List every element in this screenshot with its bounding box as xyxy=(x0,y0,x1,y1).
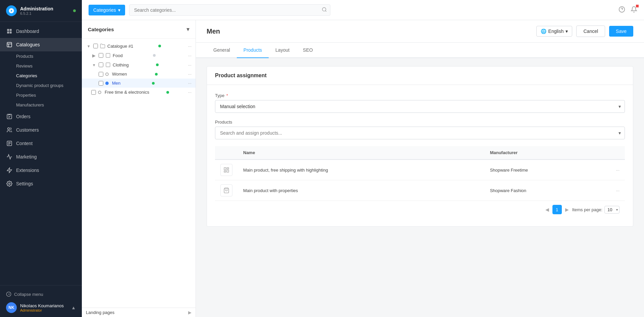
row-actions-button[interactable]: ··· xyxy=(616,168,620,173)
product-assignment-card: Product assignment Type * Manual selecti xyxy=(207,66,633,227)
landing-pages-section: Landing pages ▶ xyxy=(82,308,196,317)
sidebar-item-extensions[interactable]: Extensions xyxy=(0,164,82,177)
expand-icon[interactable]: ▶ xyxy=(91,53,97,58)
page-1-button[interactable]: 1 xyxy=(552,205,562,214)
tree-checkbox[interactable] xyxy=(93,44,98,48)
tree-more-icon[interactable]: ··· xyxy=(188,72,192,77)
sidebar-item-customers[interactable]: Customers xyxy=(0,123,82,137)
tree-more-icon[interactable]: ··· xyxy=(188,81,192,86)
svg-rect-16 xyxy=(227,170,229,172)
tree-checkbox[interactable] xyxy=(99,53,103,58)
sidebar-item-catalogues[interactable]: Catalogues xyxy=(0,38,82,51)
customers-label: Customers xyxy=(16,127,39,133)
svg-point-8 xyxy=(9,183,10,185)
sidebar-item-orders[interactable]: Orders xyxy=(0,110,82,123)
product-name: Main product, free shipping with highlig… xyxy=(238,160,485,180)
sidebar-item-products[interactable]: Products xyxy=(16,51,82,61)
online-indicator xyxy=(73,9,76,12)
sidebar-item-content[interactable]: Content xyxy=(0,137,82,150)
tree-item-catalogue1[interactable]: ▾ Catalogue #1 ··· xyxy=(82,41,196,51)
cancel-button[interactable]: Cancel xyxy=(576,26,605,37)
product-icon-cell xyxy=(215,180,238,201)
sidebar: Administration 6.5.2.1 Dashboard Catalog… xyxy=(0,0,82,317)
save-button[interactable]: Save xyxy=(609,26,633,37)
notifications-icon[interactable] xyxy=(631,6,637,14)
panel-toggle-button[interactable]: ▾ xyxy=(186,26,190,33)
sidebar-item-marketing[interactable]: Marketing xyxy=(0,150,82,164)
next-page-button[interactable]: ▶ xyxy=(564,206,570,214)
app-logo xyxy=(6,5,17,16)
tree-more-icon[interactable]: ··· xyxy=(188,44,192,49)
sidebar-item-categories[interactable]: Categories xyxy=(16,71,82,81)
tree-checkbox[interactable] xyxy=(99,62,103,67)
sidebar-item-settings[interactable]: Settings xyxy=(0,177,82,190)
products-search-wrapper xyxy=(215,127,625,139)
content-icon xyxy=(6,140,13,147)
svg-point-10 xyxy=(322,7,326,11)
categories-tree: ▾ Catalogue #1 ··· ▶ Food xyxy=(82,39,196,308)
expand-icon[interactable]: ▾ xyxy=(86,43,91,49)
topbar-actions xyxy=(619,6,637,14)
content-label: Content xyxy=(16,141,33,146)
sidebar-item-properties[interactable]: Properties xyxy=(16,90,82,100)
tree-item-men[interactable]: Men ··· xyxy=(82,79,196,88)
tree-item-food[interactable]: ▶ Food ··· xyxy=(82,51,196,60)
type-form-group: Type * Manual selection Dynamic product … xyxy=(215,93,625,113)
row-actions-button[interactable]: ··· xyxy=(616,188,620,193)
settings-label: Settings xyxy=(16,181,33,186)
user-name: Nikolaos Koumarianos xyxy=(20,303,64,308)
tree-item-clothing[interactable]: ▾ Clothing ··· xyxy=(82,60,196,70)
marketing-icon xyxy=(6,153,13,160)
expand-icon[interactable]: ▾ xyxy=(91,62,97,67)
tree-item-free-time[interactable]: Free time & electronics ··· xyxy=(82,88,196,97)
table-row: Main product with properties Shopware Fa… xyxy=(215,180,625,201)
extensions-icon xyxy=(6,167,13,174)
search-input[interactable] xyxy=(129,4,330,16)
card-header: Product assignment xyxy=(207,66,633,85)
sidebar-item-dynamic-product-groups[interactable]: Dynamic product groups xyxy=(16,81,82,90)
tree-checkbox[interactable] xyxy=(91,90,96,95)
product-icon-cell xyxy=(215,160,238,180)
tab-general[interactable]: General xyxy=(207,43,237,58)
tree-checkbox[interactable] xyxy=(99,81,103,86)
dropdown-chevron-icon: ▾ xyxy=(118,7,120,13)
sidebar-item-dashboard[interactable]: Dashboard xyxy=(0,25,82,38)
tree-more-icon[interactable]: ··· xyxy=(188,62,192,67)
sidebar-item-reviews[interactable]: Reviews xyxy=(16,61,82,71)
marketing-label: Marketing xyxy=(16,154,37,160)
dashboard-label: Dashboard xyxy=(16,29,39,34)
prev-page-button[interactable]: ◀ xyxy=(544,206,550,214)
type-select[interactable]: Manual selection Dynamic product group xyxy=(215,100,625,113)
status-dot xyxy=(153,54,156,57)
svg-rect-4 xyxy=(7,42,12,47)
products-label: Products xyxy=(215,120,625,125)
catalogues-submenu: Products Reviews Categories Dynamic prod… xyxy=(0,51,82,110)
user-info[interactable]: NK Nikolaos Koumarianos Administrator ▲ xyxy=(6,299,76,313)
tree-item-women[interactable]: Women ··· xyxy=(82,70,196,79)
svg-rect-0 xyxy=(7,29,9,31)
tab-products[interactable]: Products xyxy=(237,43,269,58)
items-per-page-select[interactable]: 10 25 50 xyxy=(604,206,620,214)
tab-seo[interactable]: SEO xyxy=(296,43,320,58)
products-search-input[interactable] xyxy=(215,127,625,139)
tree-more-icon[interactable]: ··· xyxy=(188,90,192,95)
help-icon[interactable] xyxy=(619,6,625,14)
tree-checkbox[interactable] xyxy=(99,72,103,77)
card-title: Product assignment xyxy=(215,73,267,78)
panel-title: Categories xyxy=(88,27,114,32)
language-selector[interactable]: 🌐 English ▾ xyxy=(536,26,573,37)
orders-icon xyxy=(6,113,13,120)
svg-rect-17 xyxy=(224,171,226,172)
sidebar-item-manufacturers[interactable]: Manufacturers xyxy=(16,100,82,110)
collapse-menu-button[interactable]: Collapse menu xyxy=(6,289,76,299)
svg-point-6 xyxy=(8,128,10,130)
page-icon xyxy=(105,62,111,67)
svg-rect-3 xyxy=(10,32,12,34)
app-name: Administration xyxy=(20,6,53,11)
tree-more-icon[interactable]: ··· xyxy=(188,53,192,58)
card-body: Type * Manual selection Dynamic product … xyxy=(207,85,633,226)
items-per-page: Items per page: 10 25 50 xyxy=(572,206,620,214)
tab-layout[interactable]: Layout xyxy=(269,43,296,58)
landing-pages-item[interactable]: Landing pages ▶ xyxy=(82,308,196,317)
categories-button[interactable]: Categories ▾ xyxy=(89,5,125,15)
